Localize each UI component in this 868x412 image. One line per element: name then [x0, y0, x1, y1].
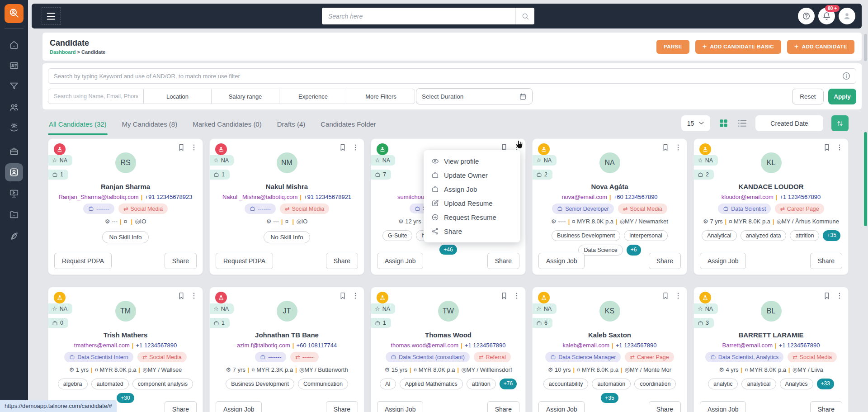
bookmark-icon[interactable] — [661, 143, 670, 152]
card-primary-action-button[interactable]: Assign Job — [377, 253, 423, 269]
sidebar-item-folder[interactable] — [5, 206, 23, 224]
sidebar-item-services[interactable] — [5, 118, 23, 137]
candidate-avatar[interactable]: NA — [599, 152, 620, 173]
add-candidate-basic-button[interactable]: +ADD CANDIDATE BASIC — [695, 40, 781, 54]
candidate-email[interactable]: thomas.wood@email.com — [391, 342, 458, 349]
filter-experience-button[interactable]: Experience — [279, 89, 347, 104]
breadcrumb-dashboard-link[interactable]: Dashboard — [50, 49, 75, 55]
card-share-button[interactable]: Share — [326, 401, 358, 412]
card-primary-action-button[interactable]: Assign Job — [216, 401, 262, 412]
candidate-email[interactable]: nova@email.com — [561, 194, 607, 200]
candidate-email[interactable]: Nakul _Mishra@talbotiq.com — [222, 194, 297, 200]
card-primary-action-button[interactable]: Assign Job — [377, 401, 423, 412]
card-primary-action-button[interactable]: Assign Job — [700, 253, 746, 269]
candidate-avatar[interactable]: TW — [438, 301, 459, 322]
candidate-name[interactable]: Trish Mathers — [48, 331, 203, 339]
menu-item-assign-job[interactable]: Assign Job — [424, 182, 520, 196]
sidebar-item-users[interactable] — [5, 98, 23, 116]
sidebar-item-reports[interactable] — [5, 227, 23, 245]
candidate-avatar[interactable]: JT — [277, 301, 297, 322]
bookmark-icon[interactable] — [177, 292, 185, 300]
kebab-menu-icon[interactable] — [674, 292, 682, 300]
user-menu-button[interactable] — [839, 8, 855, 24]
candidate-phone[interactable]: +1 1234567890 — [616, 342, 657, 349]
sidebar-item-id-card[interactable] — [5, 57, 23, 75]
card-share-button[interactable]: Share — [165, 253, 197, 269]
sidebar-item-interview[interactable] — [5, 185, 23, 203]
page-size-select[interactable]: 15 — [681, 115, 710, 131]
grid-view-button[interactable] — [718, 118, 729, 128]
tab-candidates-folder[interactable]: Candidates Folder — [320, 117, 377, 135]
info-icon[interactable] — [842, 71, 851, 81]
reset-button[interactable]: Reset — [792, 89, 824, 104]
candidate-phone[interactable]: +60 108117744 — [296, 342, 337, 349]
candidate-phone[interactable]: +91 12345678923 — [145, 194, 192, 200]
card-share-button[interactable]: Share — [810, 253, 842, 269]
candidate-name[interactable]: Kaleb Saxton — [533, 331, 687, 339]
bookmark-icon[interactable] — [661, 292, 670, 300]
menu-item-request-resume[interactable]: Request Resume — [424, 210, 520, 224]
sort-by-select[interactable]: Created Date — [755, 115, 823, 131]
kebab-menu-icon[interactable] — [190, 143, 198, 152]
kebab-menu-icon[interactable] — [351, 143, 359, 152]
more-skills-badge[interactable]: +76 — [500, 379, 517, 389]
more-skills-badge[interactable]: +33 — [817, 379, 834, 389]
filter-salary-range-button[interactable]: Salary range — [212, 89, 279, 104]
candidate-avatar[interactable]: NM — [277, 152, 297, 173]
candidate-name[interactable]: Nova Agáta — [533, 183, 687, 190]
candidate-email[interactable]: Barrett@email.com — [722, 342, 773, 349]
bookmark-icon[interactable] — [177, 143, 185, 152]
card-primary-action-button[interactable]: Request PDPA — [216, 253, 273, 269]
card-share-button[interactable]: Share — [165, 401, 197, 412]
menu-item-share[interactable]: Share — [424, 224, 520, 238]
candidate-name[interactable]: KANDACE LOUDOR — [694, 183, 848, 190]
candidate-phone[interactable]: +1 1234567890 — [779, 342, 820, 349]
kebab-menu-icon[interactable] — [674, 143, 682, 152]
kebab-menu-icon[interactable] — [835, 143, 844, 152]
card-share-button[interactable]: Share — [487, 401, 519, 412]
sidebar-item-briefcase[interactable] — [5, 142, 23, 161]
card-share-button[interactable]: Share — [487, 253, 519, 269]
candidate-avatar[interactable]: TM — [115, 301, 136, 322]
duration-select[interactable]: Select Duration — [416, 88, 533, 104]
menu-item-upload-resume[interactable]: Upload Resume — [424, 196, 520, 210]
sidebar-item-home[interactable] — [5, 36, 23, 54]
candidate-name[interactable]: Thomas Wood — [371, 331, 525, 339]
kebab-menu-icon[interactable] — [513, 292, 521, 300]
kebab-menu-icon[interactable] — [351, 292, 359, 300]
candidate-phone[interactable]: +91 12345678921 — [304, 194, 351, 200]
bookmark-icon[interactable] — [339, 143, 347, 152]
kebab-menu-icon[interactable] — [190, 292, 198, 300]
menu-toggle-button[interactable] — [44, 10, 58, 22]
name-email-phone-input[interactable] — [48, 89, 144, 104]
candidate-email[interactable]: Ranjan_Sharma@talbotiq.com — [58, 194, 138, 200]
candidate-avatar[interactable]: KS — [599, 301, 620, 322]
candidate-phone[interactable]: +1 1234567890 — [779, 194, 821, 200]
page-scrollbar-thumb[interactable] — [864, 34, 867, 61]
help-button[interactable] — [798, 8, 815, 24]
candidate-email[interactable]: azim.f@talbotiq.com — [237, 342, 290, 349]
notifications-button[interactable]: 80 + — [818, 8, 835, 24]
card-share-button[interactable]: Share — [810, 401, 842, 412]
bookmark-icon[interactable] — [500, 292, 508, 300]
cards-scrollbar-thumb[interactable] — [864, 132, 867, 226]
global-search-input[interactable] — [322, 13, 515, 20]
candidate-avatar[interactable]: KL — [761, 152, 782, 173]
candidate-name[interactable]: Nakul Mishra — [210, 183, 364, 190]
parse-button[interactable]: PARSE — [656, 40, 689, 54]
sort-direction-button[interactable] — [831, 115, 849, 131]
filter-more-filters-button[interactable]: More Filters — [347, 89, 415, 104]
candidate-email[interactable]: kaleb@email.com — [563, 342, 610, 349]
card-share-button[interactable]: Share — [326, 253, 358, 269]
list-view-button[interactable] — [737, 118, 747, 128]
candidate-email[interactable]: tmathers@email.com — [74, 342, 130, 349]
add-candidate-button[interactable]: +ADD CANDIDATE — [787, 40, 854, 54]
tab-marked-candidates-0-[interactable]: Marked Candidates (0) — [192, 117, 263, 135]
app-logo[interactable] — [5, 4, 24, 23]
card-primary-action-button[interactable]: Assign Job — [538, 401, 585, 412]
candidate-name[interactable]: Ranjan Sharma — [48, 183, 203, 190]
apply-button[interactable]: Apply — [828, 89, 856, 104]
search-icon[interactable] — [515, 8, 534, 24]
candidate-avatar[interactable]: RS — [115, 152, 136, 173]
card-share-button[interactable]: Share — [649, 401, 681, 412]
